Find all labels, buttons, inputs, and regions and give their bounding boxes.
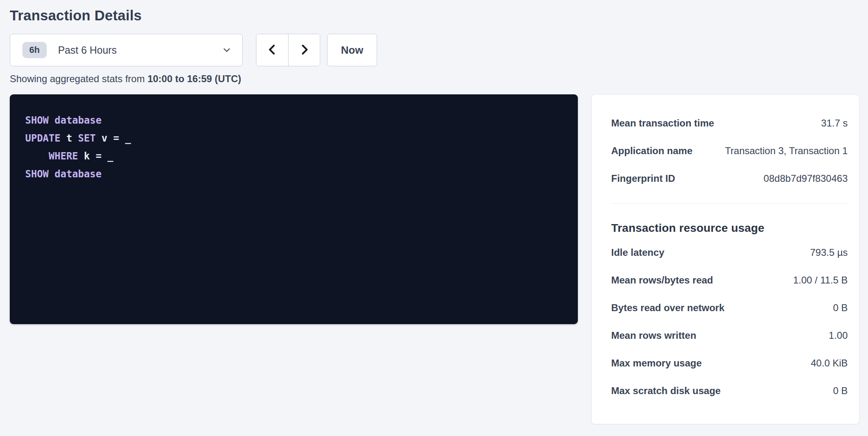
stat-label: Mean rows written bbox=[611, 330, 696, 341]
transaction-details-card: Mean transaction time 31.7 s Application… bbox=[591, 94, 859, 424]
chevron-down-icon bbox=[222, 45, 232, 55]
summary-stats-section: Mean transaction time 31.7 s Application… bbox=[611, 109, 848, 192]
next-time-range-button[interactable] bbox=[288, 34, 320, 66]
stat-value: Transaction 3, Transaction 1 bbox=[725, 145, 848, 157]
time-range-select[interactable]: 6h Past 6 Hours bbox=[10, 34, 243, 66]
summary-time-range: 10:00 to 16:59 (UTC) bbox=[148, 73, 241, 84]
stat-value: 0 B bbox=[833, 302, 848, 314]
stat-label: Mean rows/bytes read bbox=[611, 275, 713, 286]
card-divider bbox=[611, 203, 848, 204]
summary-prefix: Showing aggregated stats from bbox=[10, 73, 145, 84]
stat-value: 1.00 bbox=[829, 330, 848, 341]
stat-value: 08d8b7d97f830463 bbox=[764, 173, 848, 184]
time-range-step-group bbox=[256, 34, 320, 66]
sql-line: WHERE k = _ bbox=[25, 147, 562, 165]
stat-row: Idle latency 793.5 µs bbox=[611, 239, 848, 266]
stat-label: Idle latency bbox=[611, 247, 664, 258]
transaction-details-page: Transaction Details 6h Past 6 Hours Now bbox=[0, 0, 868, 436]
stat-row: Mean rows written 1.00 bbox=[611, 322, 848, 349]
stat-row: Max scratch disk usage 0 B bbox=[611, 377, 848, 405]
page-title: Transaction Details bbox=[10, 7, 859, 24]
time-range-badge: 6h bbox=[22, 42, 47, 58]
stat-value: 0 B bbox=[833, 385, 848, 397]
main-content: SHOW databaseUPDATE t SET v = _ WHERE k … bbox=[10, 94, 859, 424]
aggregated-stats-summary: Showing aggregated stats from 10:00 to 1… bbox=[10, 73, 859, 85]
stat-value: 1.00 / 11.5 B bbox=[793, 275, 848, 286]
prev-time-range-button[interactable] bbox=[256, 34, 288, 66]
stat-row: Fingerprint ID 08d8b7d97f830463 bbox=[611, 165, 848, 192]
chevron-left-icon bbox=[266, 43, 279, 57]
sql-line: SHOW database bbox=[25, 111, 562, 129]
stat-value: 40.0 KiB bbox=[811, 358, 848, 369]
stat-label: Bytes read over network bbox=[611, 302, 725, 314]
stat-label: Max scratch disk usage bbox=[611, 385, 720, 397]
sql-line: UPDATE t SET v = _ bbox=[25, 129, 562, 147]
stat-row: Max memory usage 40.0 KiB bbox=[611, 349, 848, 377]
stat-label: Mean transaction time bbox=[611, 118, 714, 129]
stat-row: Application name Transaction 3, Transact… bbox=[611, 137, 848, 165]
stat-row: Mean transaction time 31.7 s bbox=[611, 109, 848, 137]
stat-value: 793.5 µs bbox=[810, 247, 848, 258]
stat-label: Max memory usage bbox=[611, 358, 702, 369]
resource-usage-section: Idle latency 793.5 µs Mean rows/bytes re… bbox=[611, 239, 848, 405]
stat-row: Mean rows/bytes read 1.00 / 11.5 B bbox=[611, 266, 848, 294]
stat-label: Application name bbox=[611, 145, 692, 157]
resource-usage-heading: Transaction resource usage bbox=[611, 222, 848, 235]
stat-value: 31.7 s bbox=[821, 118, 848, 129]
stat-label: Fingerprint ID bbox=[611, 173, 675, 184]
sql-statement-box: SHOW databaseUPDATE t SET v = _ WHERE k … bbox=[10, 94, 578, 324]
sql-line: SHOW database bbox=[25, 165, 562, 183]
time-range-label: Past 6 Hours bbox=[58, 44, 117, 56]
stat-row: Bytes read over network 0 B bbox=[611, 294, 848, 322]
now-button[interactable]: Now bbox=[327, 34, 377, 66]
chevron-right-icon bbox=[298, 43, 311, 57]
time-picker-controls: 6h Past 6 Hours Now bbox=[10, 34, 859, 66]
